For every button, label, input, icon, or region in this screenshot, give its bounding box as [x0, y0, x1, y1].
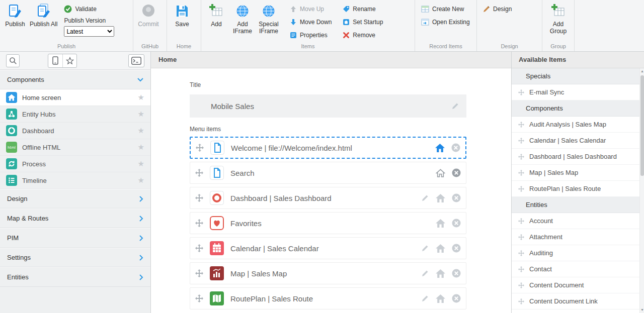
sidebar-section-map-routes[interactable]: Map & Routes [0, 208, 150, 228]
home-icon[interactable] [436, 269, 445, 278]
remove-label: Remove [353, 32, 375, 39]
rename-button[interactable]: Rename [340, 3, 386, 15]
edit-icon[interactable] [421, 269, 429, 277]
sidebar-section-design[interactable]: Design [0, 189, 150, 208]
favorite-star-icon[interactable]: ★ [138, 159, 144, 168]
menu-item-favorites[interactable]: Favorites [190, 212, 466, 234]
mobile-view-button[interactable] [48, 54, 62, 67]
menu-item-welcome[interactable]: Welcome | file://Welcome/index.html [190, 137, 466, 159]
add-label: Add [211, 21, 221, 28]
menu-item-routeplan[interactable]: RoutePlan | Sales Route [190, 287, 466, 309]
create-new-button[interactable]: Create New [418, 3, 473, 15]
drag-handle-icon[interactable] [195, 169, 203, 177]
remove-button[interactable]: Remove [340, 29, 386, 41]
sidebar-item-timeline[interactable]: Timeline ★ [0, 172, 150, 189]
properties-label: Properties [300, 32, 328, 39]
add-iframe-button[interactable]: Add IFrame [229, 1, 256, 36]
sidebar-item-entity-hubs[interactable]: Entity Hubs ★ [0, 106, 150, 123]
design-button[interactable]: Design [480, 3, 515, 15]
available-item-content-document[interactable]: Content Document [512, 277, 644, 293]
main-panel: Home Title Menu items Welcome | file://W… [151, 52, 511, 313]
home-icon[interactable] [436, 294, 445, 303]
remove-item-icon[interactable] [452, 294, 461, 303]
menu-item-search[interactable]: Search [190, 162, 466, 184]
remove-item-icon[interactable] [452, 219, 461, 228]
commit-button[interactable]: Commit [135, 1, 162, 29]
menu-item-map[interactable]: Map | Sales Map [190, 262, 466, 284]
home-icon[interactable] [436, 244, 445, 253]
move-down-button[interactable]: Move Down [287, 16, 335, 28]
title-field-label: Title [190, 81, 511, 88]
add-group-button[interactable]: Add Group [544, 1, 572, 36]
section-label: Design [7, 195, 27, 202]
move-up-button[interactable]: Move Up [287, 3, 335, 15]
sidebar-item-process[interactable]: Process ★ [0, 156, 150, 172]
sidebar-section-entities[interactable]: Entities [0, 267, 150, 287]
set-startup-button[interactable]: Set Startup [340, 16, 386, 28]
title-edit-icon[interactable] [451, 102, 459, 110]
available-item-attachment[interactable]: Attachment [512, 229, 644, 245]
menu-item-calendar[interactable]: Calendar | Sales Calendar [190, 237, 466, 259]
scrollbar-thumb[interactable] [640, 75, 644, 176]
open-existing-button[interactable]: Open Existing [418, 16, 473, 28]
remove-item-icon[interactable] [452, 244, 461, 253]
favorites-filter-button[interactable] [62, 54, 76, 67]
available-item-auditing[interactable]: Auditing [512, 245, 644, 261]
remove-item-icon[interactable] [452, 168, 461, 177]
home-icon[interactable] [436, 194, 445, 202]
drag-handle-icon[interactable] [195, 194, 203, 202]
publish-all-button[interactable]: Publish All [28, 1, 59, 29]
add-item-button[interactable]: Add [203, 1, 229, 29]
drag-handle-icon[interactable] [195, 244, 203, 252]
remove-item-icon[interactable] [452, 193, 461, 202]
drag-handle-icon[interactable] [195, 294, 203, 302]
drag-handle-icon[interactable] [196, 144, 204, 152]
available-item-label: Attachment [529, 233, 562, 241]
sidebar-section-components[interactable]: Components [0, 70, 150, 89]
home-icon[interactable] [435, 144, 445, 152]
drag-handle-icon[interactable] [195, 269, 203, 277]
favorite-star-icon[interactable]: ★ [138, 110, 144, 119]
scroll-up-arrow[interactable]: ▲ [640, 69, 644, 74]
sidebar-item-home-screen[interactable]: Home screen ★ [0, 89, 150, 106]
menu-item-dashboard[interactable]: Dashboard | Sales Dashboard [190, 187, 466, 209]
home-icon[interactable] [436, 169, 445, 177]
set-startup-label: Set Startup [353, 19, 383, 26]
title-input[interactable] [190, 94, 466, 118]
remove-item-icon[interactable] [452, 269, 461, 278]
home-icon[interactable] [436, 219, 445, 228]
available-item-email-sync[interactable]: E-mail Sync [512, 84, 644, 100]
publish-button[interactable]: Publish [2, 1, 28, 29]
sidebar-item-offline-html[interactable]: html Offline HTML ★ [0, 139, 150, 156]
scroll-down-arrow[interactable]: ▼ [640, 307, 644, 312]
available-item-routeplan[interactable]: RoutePlan | Sales Route [512, 181, 644, 197]
remove-item-icon[interactable] [451, 143, 460, 152]
favorite-star-icon[interactable]: ★ [138, 176, 144, 185]
publish-version-select[interactable]: Latest [64, 26, 114, 37]
available-item-content-document-link[interactable]: Content Document Link [512, 293, 644, 309]
sidebar-item-dashboard[interactable]: Dashboard ★ [0, 123, 150, 139]
save-button[interactable]: Save [169, 1, 195, 29]
drag-handle-icon[interactable] [195, 219, 203, 227]
available-item-account[interactable]: Account [512, 213, 644, 229]
available-item-calendar[interactable]: Calendar | Sales Calendar [512, 133, 644, 149]
main-panel-title: Home [151, 52, 511, 68]
console-button[interactable] [128, 54, 144, 67]
edit-icon[interactable] [421, 244, 429, 252]
edit-icon[interactable] [421, 294, 429, 302]
favorite-star-icon[interactable]: ★ [138, 126, 144, 135]
right-scrollbar[interactable]: ▲ ▼ [639, 68, 644, 313]
special-iframe-button[interactable]: Special IFrame [256, 1, 282, 36]
available-item-audit-analysis[interactable]: Audit Analysis | Sales Map [512, 117, 644, 133]
available-item-contact[interactable]: Contact [512, 261, 644, 277]
validate-button[interactable]: Validate [61, 3, 114, 15]
available-item-dashboard[interactable]: Dashboard | Sales Dashboard [512, 149, 644, 165]
favorite-star-icon[interactable]: ★ [138, 93, 144, 102]
sidebar-section-pim[interactable]: PIM [0, 228, 150, 248]
properties-button[interactable]: Properties [287, 29, 335, 41]
search-button[interactable] [6, 54, 20, 67]
sidebar-section-settings[interactable]: Settings [0, 248, 150, 267]
edit-icon[interactable] [421, 194, 429, 202]
favorite-star-icon[interactable]: ★ [138, 143, 144, 152]
available-item-map[interactable]: Map | Sales Map [512, 165, 644, 181]
